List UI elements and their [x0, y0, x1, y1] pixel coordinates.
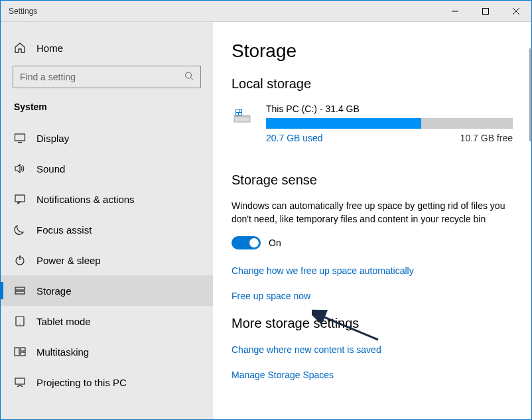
sidebar-item-projecting[interactable]: Projecting to this PC — [1, 367, 213, 397]
sidebar-item-label: Projecting to this PC — [36, 377, 127, 388]
sidebar-item-label: Notifications & actions — [36, 194, 135, 205]
disk-progress-fill — [266, 118, 421, 129]
disk-free-label: 10.7 GB free — [460, 133, 513, 143]
window-controls — [440, 1, 531, 22]
sidebar-item-tablet-mode[interactable]: Tablet mode — [1, 306, 213, 336]
home-button[interactable]: Home — [1, 35, 213, 66]
sidebar-item-label: Tablet mode — [36, 316, 91, 327]
storage-sense-description: Windows can automatically free up space … — [232, 200, 513, 226]
svg-rect-1 — [483, 8, 489, 14]
svg-rect-17 — [15, 348, 19, 356]
toggle-knob — [249, 238, 259, 247]
power-icon — [14, 254, 26, 266]
link-free-up-now[interactable]: Free up space now — [232, 291, 513, 301]
link-change-free-space[interactable]: Change how we free up space automaticall… — [232, 265, 513, 276]
svg-rect-8 — [15, 195, 25, 202]
local-storage-title: Local storage — [232, 76, 513, 92]
svg-rect-24 — [236, 109, 239, 112]
search-box[interactable] — [13, 66, 201, 88]
scrollbar[interactable] — [529, 48, 531, 141]
svg-rect-25 — [239, 109, 241, 112]
storage-sense-toggle-label: On — [269, 238, 281, 248]
svg-rect-18 — [21, 348, 25, 351]
storage-sense-toggle[interactable] — [232, 236, 261, 249]
svg-rect-6 — [15, 134, 25, 141]
svg-line-5 — [191, 78, 194, 80]
sidebar-item-label: Display — [36, 133, 69, 144]
link-storage-spaces[interactable]: Manage Storage Spaces — [232, 370, 513, 380]
focus-assist-icon — [14, 224, 26, 236]
close-button[interactable] — [501, 1, 531, 22]
page-title: Storage — [232, 40, 513, 62]
disk-name: This PC (C:) - 31.4 GB — [266, 104, 513, 114]
window-title: Settings — [9, 7, 37, 16]
sidebar: Home System Display Sound — [1, 22, 213, 419]
storage-sense-title: Storage sense — [232, 173, 513, 188]
projecting-icon — [14, 376, 26, 388]
notifications-icon — [14, 193, 26, 205]
sidebar-item-display[interactable]: Display — [1, 123, 213, 153]
sidebar-section-label: System — [1, 102, 213, 123]
disk-row[interactable]: This PC (C:) - 31.4 GB 20.7 GB used 10.7… — [232, 104, 513, 143]
svg-point-16 — [19, 324, 20, 324]
sidebar-item-notifications[interactable]: Notifications & actions — [1, 184, 213, 214]
svg-point-4 — [186, 72, 192, 78]
more-storage-title: More storage settings — [232, 316, 513, 331]
multitasking-icon — [14, 346, 26, 358]
disk-progress-bar — [266, 118, 513, 129]
sound-icon — [14, 163, 26, 175]
search-input[interactable] — [13, 66, 200, 88]
svg-rect-19 — [21, 352, 25, 356]
svg-rect-22 — [234, 115, 250, 117]
sidebar-item-label: Sound — [36, 163, 65, 175]
sidebar-item-label: Focus assist — [36, 224, 92, 236]
home-label: Home — [36, 42, 63, 54]
link-new-content[interactable]: Change where new content is saved — [232, 344, 513, 355]
display-icon — [14, 132, 26, 144]
svg-point-13 — [17, 288, 17, 289]
sidebar-item-sound[interactable]: Sound — [1, 153, 213, 184]
disk-used-label[interactable]: 20.7 GB used — [266, 133, 323, 143]
sidebar-item-power-sleep[interactable]: Power & sleep — [1, 245, 213, 275]
minimize-button[interactable] — [440, 1, 470, 22]
svg-rect-20 — [15, 378, 25, 384]
storage-icon — [14, 285, 26, 297]
search-icon — [184, 72, 194, 83]
sidebar-item-label: Multitasking — [36, 346, 89, 358]
svg-rect-27 — [239, 113, 241, 115]
tablet-icon — [14, 315, 26, 327]
sidebar-item-storage[interactable]: Storage — [1, 275, 213, 306]
svg-point-14 — [17, 292, 17, 293]
maximize-button[interactable] — [470, 1, 501, 22]
svg-rect-26 — [236, 113, 238, 115]
home-icon — [14, 42, 26, 54]
titlebar: Settings — [1, 1, 531, 22]
sidebar-item-label: Storage — [36, 285, 72, 297]
content-area: Storage Local storage This PC (C:) - 31.… — [213, 22, 531, 419]
sidebar-item-multitasking[interactable]: Multitasking — [1, 336, 213, 367]
disk-icon — [232, 104, 255, 127]
sidebar-item-label: Power & sleep — [36, 255, 101, 266]
sidebar-item-focus-assist[interactable]: Focus assist — [1, 214, 213, 245]
